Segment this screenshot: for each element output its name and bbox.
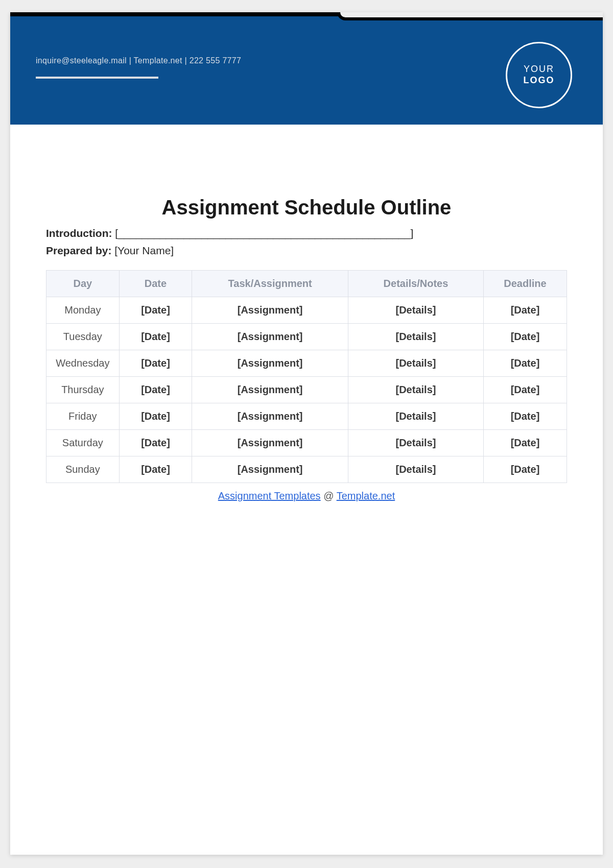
- cell-day: Tuesday: [46, 324, 120, 350]
- table-header-row: Day Date Task/Assignment Details/Notes D…: [46, 271, 567, 297]
- prepared-by-label: Prepared by:: [46, 245, 111, 256]
- cell-date: [Date]: [119, 324, 192, 350]
- cell-task: [Assignment]: [192, 403, 348, 430]
- cell-date: [Date]: [119, 430, 192, 456]
- introduction-label: Introduction:: [46, 227, 112, 239]
- cell-task: [Assignment]: [192, 350, 348, 377]
- cell-details: [Details]: [348, 350, 484, 377]
- footer-separator: @: [321, 490, 337, 501]
- document-page: inquire@steeleagle.mail | Template.net |…: [10, 12, 603, 855]
- cell-day: Friday: [46, 403, 120, 430]
- cell-deadline: [Date]: [483, 324, 567, 350]
- cell-deadline: [Date]: [483, 403, 567, 430]
- cell-deadline: [Date]: [483, 456, 567, 483]
- table-row: Saturday [Date] [Assignment] [Details] […: [46, 430, 567, 456]
- footer-links: Assignment Templates @ Template.net: [46, 490, 567, 502]
- assignment-templates-link[interactable]: Assignment Templates: [218, 490, 321, 501]
- cell-date: [Date]: [119, 350, 192, 377]
- document-content: Assignment Schedule Outline Introduction…: [10, 125, 603, 502]
- cell-date: [Date]: [119, 297, 192, 324]
- cell-date: [Date]: [119, 456, 192, 483]
- th-date: Date: [119, 271, 192, 297]
- contact-line: inquire@steeleagle.mail | Template.net |…: [36, 56, 241, 65]
- cell-details: [Details]: [348, 324, 484, 350]
- table-row: Wednesday [Date] [Assignment] [Details] …: [46, 350, 567, 377]
- introduction-value: [_______________________________________…: [115, 227, 413, 239]
- header-underline: [36, 77, 158, 79]
- cell-date: [Date]: [119, 403, 192, 430]
- cell-day: Wednesday: [46, 350, 120, 377]
- cell-deadline: [Date]: [483, 430, 567, 456]
- cell-details: [Details]: [348, 456, 484, 483]
- cell-deadline: [Date]: [483, 297, 567, 324]
- table-row: Sunday [Date] [Assignment] [Details] [Da…: [46, 456, 567, 483]
- schedule-table: Day Date Task/Assignment Details/Notes D…: [46, 270, 567, 483]
- cell-day: Monday: [46, 297, 120, 324]
- th-details: Details/Notes: [348, 271, 484, 297]
- cell-date: [Date]: [119, 377, 192, 403]
- cell-task: [Assignment]: [192, 297, 348, 324]
- introduction-line: Introduction: [_________________________…: [46, 227, 567, 239]
- cell-task: [Assignment]: [192, 377, 348, 403]
- logo-line2: LOGO: [524, 75, 555, 86]
- logo-placeholder: YOUR LOGO: [506, 42, 572, 108]
- cell-deadline: [Date]: [483, 350, 567, 377]
- th-day: Day: [46, 271, 120, 297]
- schedule-table-wrap: Day Date Task/Assignment Details/Notes D…: [46, 270, 567, 483]
- cell-day: Sunday: [46, 456, 120, 483]
- th-task: Task/Assignment: [192, 271, 348, 297]
- table-row: Monday [Date] [Assignment] [Details] [Da…: [46, 297, 567, 324]
- cell-details: [Details]: [348, 297, 484, 324]
- table-row: Friday [Date] [Assignment] [Details] [Da…: [46, 403, 567, 430]
- cell-task: [Assignment]: [192, 456, 348, 483]
- cell-task: [Assignment]: [192, 324, 348, 350]
- prepared-by-line: Prepared by: [Your Name]: [46, 245, 567, 257]
- table-row: Thursday [Date] [Assignment] [Details] […: [46, 377, 567, 403]
- cell-details: [Details]: [348, 403, 484, 430]
- header-decoration: [337, 12, 603, 20]
- cell-day: Saturday: [46, 430, 120, 456]
- cell-deadline: [Date]: [483, 377, 567, 403]
- cell-details: [Details]: [348, 377, 484, 403]
- cell-day: Thursday: [46, 377, 120, 403]
- th-deadline: Deadline: [483, 271, 567, 297]
- prepared-by-value: [Your Name]: [114, 245, 174, 256]
- header-band: inquire@steeleagle.mail | Template.net |…: [10, 12, 603, 125]
- template-net-link[interactable]: Template.net: [337, 490, 395, 501]
- cell-task: [Assignment]: [192, 430, 348, 456]
- table-row: Tuesday [Date] [Assignment] [Details] [D…: [46, 324, 567, 350]
- cell-details: [Details]: [348, 430, 484, 456]
- logo-line1: YOUR: [524, 64, 555, 75]
- page-title: Assignment Schedule Outline: [46, 196, 567, 219]
